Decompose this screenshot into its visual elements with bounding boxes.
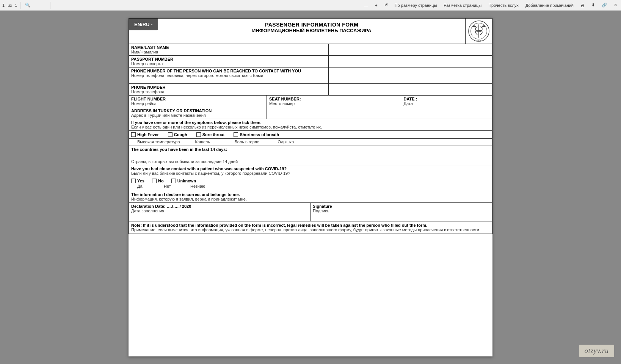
name-value-cell [329,44,492,55]
symptom-sore-throat[interactable]: Sore throat [196,132,225,137]
flight-seat-date-row: FLIGHT NUMBER Номер рейса SEAT NUMBER: М… [129,96,492,107]
countries-value [131,152,490,159]
declaration-sig-label-ru: Подпись [313,209,490,213]
note-text-ru: Примечание: если выяснится, что информац… [131,228,490,232]
symptom-shortness-of-breath[interactable]: Shortness of breath [234,132,279,137]
phone-contact-value [331,69,490,82]
high-fever-ru: Высокая температура [131,140,180,144]
search-button[interactable]: 🔍 [24,2,32,8]
passport-value-cell [329,56,492,67]
no-checkbox[interactable] [152,179,157,183]
countries-row: The countries you have been in the last … [129,146,492,165]
phone-label-ru: Номер телефона [131,89,326,94]
notes-button[interactable]: Добавление примечаний [524,2,575,8]
layout-button[interactable]: Разметка страницы [442,2,483,8]
yes-label: Yes [137,179,144,183]
cough-checkbox[interactable] [168,132,172,137]
passport-label-ru: Номер паспорта [131,61,326,66]
minimize-button[interactable]: — [362,2,370,8]
covid-question-row: Have you had close contact with a patien… [129,165,492,177]
address-label-en: ADDRESS IN TURKEY OR DESTINATION [131,108,264,113]
toolbar-separator-2 [50,2,50,9]
language-button-container: EN/RU - [129,19,158,44]
date-label-en: DATE : [403,97,490,101]
yes-option[interactable]: Yes [131,179,144,183]
seat-label-en: SEAT NUMBER: [269,97,398,101]
shortness-checkbox[interactable] [234,132,238,137]
covid-question-en: Have you had close contact with a patien… [131,166,490,171]
flight-label-ru: Номер рейса [131,101,264,106]
page-total: 1 [15,3,17,8]
share-button[interactable]: 🔗 [600,2,608,8]
logo-area: ★ ★ ★ ★ ★ [466,19,492,44]
declaration-text-ru: Информация, которую я заявил, верна и пр… [131,197,490,201]
government-logo: ★ ★ ★ ★ ★ [468,20,490,42]
unknown-ru: Незнаю [184,184,205,188]
name-label-ru: Имя/Фамилия [131,50,326,54]
address-value [269,108,490,118]
address-row: ADDRESS IN TURKEY OR DESTINATION Адрес в… [129,107,492,119]
unknown-option[interactable]: Unknown [171,179,196,183]
paper: EN/RU - PASSENGER INFORMATION FORM ИНФОР… [129,18,492,356]
phone-label-en: PHONE NUMBER [131,85,326,89]
phone-contact-row: PHONE NUMBER OF THE PERSON WHO CAN BE RE… [129,67,492,84]
phone-value-cell [329,84,492,95]
symptoms-intro-en: If you have one or more of the symptoms … [131,120,490,125]
note-text-en: Note: If it is understood that the infor… [131,223,490,228]
read-aloud-button[interactable]: Прочесть вслух [487,2,520,8]
flight-cell: FLIGHT NUMBER Номер рейса [129,96,267,107]
cough-ru: Кашель [189,140,220,144]
sore-throat-label: Sore throat [202,132,225,137]
no-ru: Нет [158,184,177,188]
more-button[interactable]: ✕ [612,2,619,8]
signature-value [313,213,490,220]
sore-throat-checkbox[interactable] [196,132,201,137]
unknown-label: Unknown [177,179,196,183]
declaration-text-row: The information I declare is correct and… [129,191,492,203]
symptom-cough[interactable]: Cough [168,132,187,137]
declaration-date-sig-row: Declaration Date: …./…../ 2020 Дата запо… [129,203,492,221]
name-label-cell: NAME/LAST NAME Имя/Фамилия [129,44,329,55]
sore-throat-ru: Боль в горле [229,140,263,144]
document-area: EN/RU - PASSENGER INFORMATION FORM ИНФОР… [0,11,621,364]
flight-label-en: FLIGHT NUMBER [131,97,264,101]
symptoms-intro-row: If you have one or more of the symptoms … [129,119,492,131]
fit-page-button[interactable]: По размеру страницы [393,2,439,8]
symptom-high-fever[interactable]: High Fever [131,132,159,137]
seat-label-ru: Место номер [269,101,398,106]
toolbar-separator [20,2,20,9]
phone-label-cell: PHONE NUMBER Номер телефона [129,84,329,95]
yesno-ru-labels: Да Нет Незнаю [131,183,490,189]
phone-row: PHONE NUMBER Номер телефона [129,84,492,96]
yes-checkbox[interactable] [131,179,136,183]
header-title: PASSENGER INFORMATION FORM ИНФОРМАЦИОННЫ… [158,19,466,44]
declaration-sig-cell: Signature Подпись [310,203,492,221]
symptoms-intro-ru: Если у вас есть один или несколько из пе… [131,125,490,129]
phone-contact-label-cell: PHONE NUMBER OF THE PERSON WHO CAN BE RE… [129,67,329,83]
maximize-button[interactable]: + [373,2,379,8]
declaration-sig-label-en: Signature [313,204,490,209]
date-label-ru: Дата [403,101,490,106]
yes-ru: Да [131,184,150,188]
countries-label-en: The countries you have been in the last … [131,147,490,152]
toolbar-right: — + ↺ По размеру страницы Разметка стран… [362,2,619,8]
symptoms-checkbox-items: High Fever Cough Sore throat Shortness o… [131,132,490,137]
address-label-cell: ADDRESS IN TURKEY OR DESTINATION Адрес в… [129,107,267,119]
high-fever-checkbox[interactable] [131,132,136,137]
unknown-checkbox[interactable] [171,179,176,183]
name-row: NAME/LAST NAME Имя/Фамилия [129,44,492,56]
form-title-en: PASSENGER INFORMATION FORM [162,22,461,28]
download-button[interactable]: ⬇ [590,2,596,8]
form-container: EN/RU - PASSENGER INFORMATION FORM ИНФОР… [129,18,492,234]
language-toggle-button[interactable]: EN/RU - [129,19,158,30]
declaration-date-label-en: Declaration Date: …./…../ 2020 [131,204,308,209]
print-button[interactable]: 🖨 [579,2,586,8]
no-option[interactable]: No [152,179,164,183]
seat-cell: SEAT NUMBER: Место номер [267,96,401,107]
form-title-ru: ИНФОРМАЦИОННЫЙ БЮЛЛЕТЕНЬ ПАССАЖИРА [162,28,461,33]
symptoms-checkboxes-row: High Fever Cough Sore throat Shortness o… [129,131,492,139]
rotate-button[interactable]: ↺ [383,2,389,8]
phone-contact-label-ru: Номер телефона человека, через которого … [131,73,326,78]
countries-label-ru: Страны, в которых вы побывали за последн… [131,159,490,164]
note-row: Note: If it is understood that the infor… [129,221,492,234]
